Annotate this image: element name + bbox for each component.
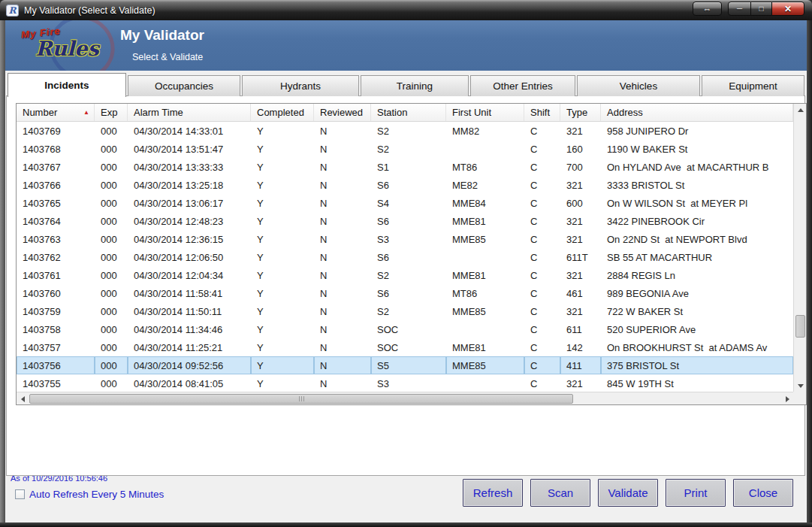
cell-alarm-time: 04/30/2014 12:48:23 [128,212,251,230]
cell-alarm-time: 04/30/2014 09:52:56 [128,356,251,374]
table-row[interactable]: 140375800004/30/2014 11:34:46YNSOCC61152… [17,320,793,338]
column-header-label: Station [377,107,407,118]
column-header-completed[interactable]: Completed [251,104,314,121]
scroll-up-icon [798,108,804,112]
cell-completed: Y [251,284,314,302]
cell-number: 1403759 [17,302,95,320]
table-row[interactable]: 140376800004/30/2014 13:51:47YNS2C160119… [17,140,793,158]
vertical-scrollbar-thumb[interactable] [795,315,805,338]
horizontal-scrollbar[interactable] [17,392,793,404]
cell-type: 411 [560,356,601,374]
cell-station: S3 [371,374,446,392]
cell-shift: C [524,212,560,230]
table-row[interactable]: 140376500004/30/2014 13:06:17YNS4MME84C6… [17,194,793,212]
cell-shift: C [524,248,560,266]
cell-first-unit: MME85 [446,356,524,374]
column-header-station[interactable]: Station [371,104,446,121]
table-row[interactable]: 140376700004/30/2014 13:33:33YNS1MT86C70… [17,158,793,176]
cell-type: 321 [560,374,601,392]
column-header-label: Address [607,107,643,118]
cell-first-unit [446,140,524,158]
cell-address: On BROOKHURST St at ADAMS Av [601,338,793,356]
cell-first-unit [446,248,524,266]
column-header-alarm-time[interactable]: Alarm Time [128,104,251,121]
scroll-right-arrow[interactable] [781,393,793,404]
column-header-reviewed[interactable]: Reviewed [314,104,371,121]
cell-shift: C [524,284,560,302]
table-row[interactable]: 140376000004/30/2014 11:58:41YNS6MT86C46… [17,284,793,302]
table-row[interactable]: 140376300004/30/2014 12:36:15YNS3MME85C3… [17,230,793,248]
tab-occupancies[interactable]: Occupancies [128,75,240,96]
cell-reviewed: N [314,356,371,374]
tab-hydrants[interactable]: Hydrants [242,75,359,96]
cell-address: 845 W 19TH St [601,374,793,392]
close-window-button[interactable]: ✕ [771,2,804,16]
cell-completed: Y [251,302,314,320]
close-button[interactable]: Close [733,479,793,507]
cell-alarm-time: 04/30/2014 08:41:05 [128,374,251,392]
cell-completed: Y [251,212,314,230]
cell-exp: 000 [95,212,128,230]
cell-number: 1403765 [17,194,95,212]
column-header-first-unit[interactable]: First Unit [446,104,524,121]
table-row[interactable]: 140376900004/30/2014 14:33:01YNS2MM82C32… [17,122,793,140]
scroll-left-arrow[interactable] [17,393,29,404]
table-row[interactable]: 140375900004/30/2014 11:50:11YNS2MME85C3… [17,302,793,320]
column-header-label: Number [23,107,57,118]
cell-number: 1403760 [17,284,95,302]
auto-refresh-checkbox[interactable] [15,489,25,499]
cell-first-unit: MME81 [446,266,524,284]
grid-body: 140376900004/30/2014 14:33:01YNS2MM82C32… [17,122,793,392]
cell-alarm-time: 04/30/2014 12:04:34 [128,266,251,284]
scrollbar-corner [793,392,806,404]
column-header-shift[interactable]: Shift [524,104,560,121]
column-header-number[interactable]: Number▲ [17,104,95,121]
cell-address: 375 BRISTOL St [601,356,793,374]
tab-vehicles[interactable]: Vehicles [577,75,700,96]
tab-incidents[interactable]: Incidents [8,73,126,97]
table-row[interactable]: 140376400004/30/2014 12:48:23YNS6MME81C3… [17,212,793,230]
cell-station: S3 [371,230,446,248]
column-header-address[interactable]: Address [601,104,793,121]
minimize-button[interactable]: ─ [728,2,751,16]
maximize-button[interactable]: □ [751,2,771,16]
cell-exp: 000 [95,338,128,356]
table-row[interactable]: 140376200004/30/2014 12:06:50YNS6C611TSB… [17,248,793,266]
scan-button[interactable]: Scan [530,479,590,507]
window-controls: ⇔ ─ □ ✕ [693,2,804,16]
column-header-label: Alarm Time [134,107,183,118]
scroll-up-arrow[interactable] [795,104,806,116]
cell-number: 1403768 [17,140,95,158]
table-row-selected[interactable]: 140375600004/30/2014 09:52:56YNS5MME85C4… [17,356,793,374]
cell-completed: Y [251,374,314,392]
cell-alarm-time: 04/30/2014 13:25:18 [128,176,251,194]
tab-bar: IncidentsOccupanciesHydrantsTrainingOthe… [8,73,804,96]
table-row[interactable]: 140376600004/30/2014 13:25:18YNS6ME82C32… [17,176,793,194]
titlebar[interactable]: R My Validator (Select & Validate) ⇔ ─ □… [0,0,812,21]
validate-button[interactable]: Validate [598,479,658,507]
my-fire-rules-logo: My Fire Rules [5,20,125,71]
tab-other-entries[interactable]: Other Entries [470,75,575,96]
table-row[interactable]: 140376100004/30/2014 12:04:34YNS2MME81C3… [17,266,793,284]
tab-equipment[interactable]: Equipment [702,75,804,96]
cell-exp: 000 [95,284,128,302]
table-row[interactable]: 140375500004/30/2014 08:41:05YNS3C321845… [17,374,793,392]
print-button[interactable]: Print [666,479,726,507]
cell-completed: Y [251,266,314,284]
table-row[interactable]: 140375700004/30/2014 11:25:21YNSOCMME81C… [17,338,793,356]
column-header-exp[interactable]: Exp [95,104,128,121]
cell-shift: C [524,230,560,248]
tab-training[interactable]: Training [361,75,469,96]
cell-first-unit: MME81 [446,212,524,230]
cell-reviewed: N [314,212,371,230]
vertical-scrollbar[interactable] [793,104,806,392]
refresh-button[interactable]: Refresh [463,479,523,507]
cell-number: 1403763 [17,230,95,248]
scroll-down-arrow[interactable] [795,380,806,392]
cell-reviewed: N [314,266,371,284]
horizontal-scrollbar-thumb[interactable] [29,394,573,404]
column-header-type[interactable]: Type [560,104,601,121]
cell-type: 321 [560,266,601,284]
cell-reviewed: N [314,320,371,338]
resize-button[interactable]: ⇔ [693,2,722,16]
